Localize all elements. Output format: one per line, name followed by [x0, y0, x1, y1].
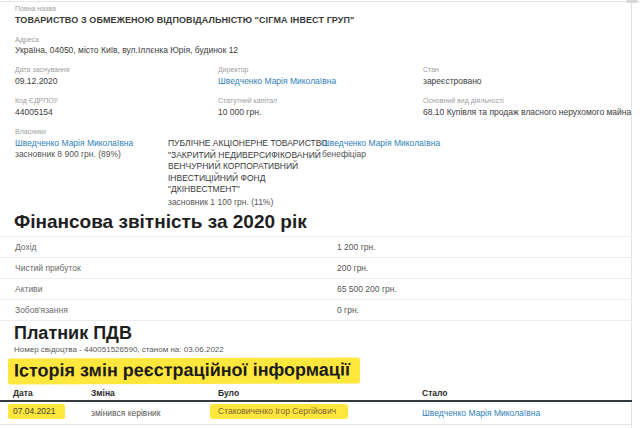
top-border [0, 1, 640, 2]
vat-details: Номер свідоцтва - 440051526590, станом н… [14, 345, 224, 354]
owner-item: ПУБЛІЧНЕ АКЦІОНЕРНЕ ТОВАРИСТВО "ЗАКРИТИЙ… [168, 138, 336, 208]
owner-role: засновник 8 900 грн. (89%) [15, 149, 165, 161]
table-row: Чистий прибуток 200 грн. [0, 257, 632, 279]
edrpou-code: 44005154 [15, 107, 53, 117]
edrpou-label: Код ЄДРПОУ [15, 97, 58, 104]
financials-title: Фінансова звітність за 2020 рік [14, 211, 307, 233]
full-name-label: Повна назва [15, 5, 56, 12]
owner-name-link[interactable]: Шведченко Марія Миколаївна [322, 138, 492, 148]
fin-row-value: 65 500 200 грн. [337, 279, 397, 300]
history-col-was: Було [218, 388, 239, 398]
fin-row-label: Зобов'язання [15, 300, 68, 321]
owner-item: Шведченко Марія Миколаївна бенефіціар [322, 138, 492, 161]
address-label: Адреса [15, 36, 39, 43]
status-value: зареєстровано [423, 76, 482, 86]
activity-value: 68.10 Купівля та продаж власного нерухом… [423, 107, 631, 117]
company-full-name: ТОВАРИСТВО З ОБМЕЖЕНОЮ ВІДПОВІДАЛЬНІСТЮ … [15, 15, 354, 25]
capital-label: Статутний капітал [218, 97, 277, 104]
owner-name-link[interactable]: Шведченко Марія Миколаївна [15, 138, 165, 148]
history-row-became-link[interactable]: Шведченко Марія Миколаївна [422, 408, 540, 418]
date-highlight: 07.04.2021 [8, 404, 65, 419]
company-profile-page: Повна назва ТОВАРИСТВО З ОБМЕЖЕНОЮ ВІДПО… [0, 0, 632, 428]
fin-row-label: Дохід [15, 237, 37, 258]
fin-row-value: 1 200 грн. [337, 237, 376, 258]
owner-name: ПУБЛІЧНЕ АКЦІОНЕРНЕ ТОВАРИСТВО "ЗАКРИТИЙ… [168, 138, 336, 196]
fin-row-label: Чистий прибуток [15, 258, 81, 279]
history-title-highlight: Історія змін реєстраційної інформації [8, 358, 360, 384]
history-col-became: Стало [422, 388, 448, 398]
history-col-change: Зміна [91, 388, 115, 398]
was-highlight: Стаковиченко Ігор Сергійович [210, 404, 348, 419]
owner-role: засновник 1 100 грн. (11%) [168, 197, 336, 209]
fin-row-label: Активи [15, 279, 42, 300]
table-header-rule [0, 400, 632, 402]
history-title: Історія змін реєстраційної інформації [8, 358, 360, 385]
history-row-was: Стаковиченко Ігор Сергійович [210, 406, 348, 416]
owners-label: Власники [15, 128, 46, 135]
history-col-date: Дата [13, 388, 33, 398]
status-label: Стан [423, 66, 439, 73]
scrollbar-thumb[interactable] [626, 0, 638, 3]
company-address: Україна, 04050, місто Київ, вул.Іллєнка … [15, 45, 238, 55]
founded-date: 09.12.2020 [15, 76, 58, 86]
capital-value: 10 000 грн. [218, 107, 261, 117]
activity-label: Основний вид діяльності [423, 97, 504, 104]
history-row-change: змінився керівник [91, 408, 161, 418]
director-label: Директор [218, 66, 249, 73]
owner-item: Шведченко Марія Миколаївна засновник 8 9… [15, 138, 165, 161]
table-row: Активи 65 500 200 грн. [0, 278, 632, 300]
fin-row-value: 200 грн. [337, 258, 368, 279]
history-row-date: 07.04.2021 [8, 406, 65, 416]
divider [0, 320, 632, 321]
owner-role: бенефіціар [322, 149, 492, 161]
vat-title: Платник ПДВ [14, 323, 132, 344]
table-row: Дохід 1 200 грн. [0, 236, 632, 258]
founded-label: Дата заснування [15, 66, 69, 73]
divider [0, 424, 632, 425]
fin-row-value: 0 грн. [337, 300, 359, 321]
table-row: Зобов'язання 0 грн. [0, 299, 632, 321]
director-link[interactable]: Шведченко Марія Миколаївна [218, 76, 336, 86]
